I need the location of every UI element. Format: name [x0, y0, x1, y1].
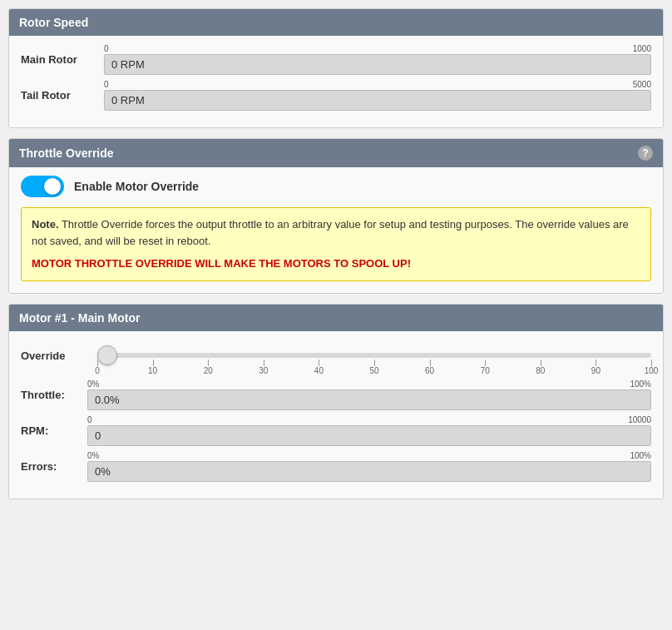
tail-rotor-min: 0 — [104, 80, 109, 89]
errors-min: 0% — [87, 451, 99, 460]
toggle-thumb — [44, 178, 61, 195]
motor1-panel: Motor #1 - Main Motor Override 010203040… — [8, 304, 664, 499]
main-rotor-row: Main Rotor 0 1000 0 RPM — [21, 44, 651, 75]
note-warning: MOTOR THROTTLE OVERRIDE WILL MAKE THE MO… — [32, 255, 640, 272]
tick-label: 30 — [259, 366, 268, 375]
toggle-label: Enable Motor Override — [74, 180, 199, 193]
tick-label: 70 — [481, 366, 490, 375]
tick-mark — [208, 360, 209, 366]
tail-rotor-label: Tail Rotor — [21, 89, 104, 102]
tail-rotor-max: 5000 — [633, 80, 651, 89]
motor1-header: Motor #1 - Main Motor — [9, 305, 663, 331]
rotor-speed-body: Main Rotor 0 1000 0 RPM Tail Rotor 0 500… — [9, 36, 663, 127]
tick-label: 20 — [204, 366, 213, 375]
motor-override-toggle[interactable] — [21, 176, 64, 197]
rotor-speed-header: Rotor Speed — [9, 9, 663, 36]
override-label: Override — [21, 350, 87, 362]
tick-mark — [651, 360, 652, 366]
tail-rotor-value: 0 RPM — [104, 90, 651, 111]
main-rotor-max: 1000 — [633, 44, 651, 53]
throttle-bar-wrap: 0% 100% 0.0% — [87, 379, 651, 410]
tick-mark — [595, 360, 596, 366]
rpm-bar-wrap: 0 10000 0 — [87, 415, 651, 446]
tick-label: 90 — [591, 366, 600, 375]
note-text: Note. Throttle Override forces the outpu… — [32, 216, 640, 249]
rpm-label: RPM: — [21, 424, 87, 437]
override-row: Override 0102030405060708090100 — [21, 338, 651, 375]
tick-label: 60 — [425, 366, 434, 375]
main-rotor-min: 0 — [104, 44, 109, 53]
override-slider-track[interactable] — [97, 353, 651, 358]
throttle-max: 100% — [630, 379, 651, 389]
throttle-override-panel: Throttle Override ? Enable Motor Overrid… — [8, 138, 664, 294]
motor1-title: Motor #1 - Main Motor — [19, 311, 140, 325]
rotor-speed-title: Rotor Speed — [19, 16, 88, 29]
main-rotor-label: Main Rotor — [21, 53, 104, 66]
main-rotor-scale: 0 1000 — [104, 44, 651, 53]
errors-value: 0% — [87, 461, 651, 482]
tick-mark — [264, 360, 264, 366]
tick-mark — [541, 360, 541, 366]
throttle-override-title: Throttle Override — [19, 146, 114, 160]
note-bold: Note. — [32, 218, 59, 231]
note-box: Note. Throttle Override forces the outpu… — [21, 207, 651, 281]
rpm-max: 10000 — [628, 415, 651, 424]
tick-label: 40 — [314, 366, 324, 375]
errors-label: Errors: — [21, 460, 87, 473]
throttle-min: 0% — [87, 379, 99, 389]
slider-tick-container: 0102030405060708090100 — [97, 360, 651, 373]
main-rotor-value: 0 RPM — [104, 54, 651, 75]
override-slider-wrap: 0102030405060708090100 — [87, 338, 651, 375]
toggle-row: Enable Motor Override — [21, 176, 651, 197]
tick-mark — [485, 360, 486, 366]
throttle-override-header: Throttle Override ? — [9, 139, 663, 167]
errors-max: 100% — [630, 451, 651, 460]
tick-mark — [374, 360, 375, 366]
errors-scale: 0% 100% — [87, 451, 651, 460]
throttle-row: Throttle: 0% 100% 0.0% — [21, 379, 651, 410]
tick-mark — [430, 360, 431, 366]
motor1-body: Override 0102030405060708090100 Throttle… — [9, 331, 663, 499]
rpm-row: RPM: 0 10000 0 — [21, 415, 651, 446]
tick-label: 0 — [95, 366, 100, 375]
tail-rotor-scale: 0 5000 — [104, 80, 651, 89]
throttle-label: Throttle: — [21, 389, 87, 401]
tick-label: 100 — [645, 366, 659, 375]
errors-row: Errors: 0% 100% 0% — [21, 451, 651, 482]
rpm-min: 0 — [87, 415, 92, 424]
throttle-override-body: Enable Motor Override Note. Throttle Ove… — [9, 167, 663, 293]
toggle-track — [21, 176, 64, 197]
tick-mark — [153, 360, 154, 366]
tick-label: 10 — [148, 366, 157, 375]
note-body: Throttle Override forces the output thro… — [32, 218, 629, 247]
throttle-scale: 0% 100% — [87, 379, 651, 389]
tail-rotor-bar-wrap: 0 5000 0 RPM — [104, 80, 651, 111]
rotor-speed-panel: Rotor Speed Main Rotor 0 1000 0 RPM Tail… — [8, 8, 664, 128]
rpm-value: 0 — [87, 425, 651, 446]
tick-label: 80 — [536, 366, 545, 375]
errors-bar-wrap: 0% 100% 0% — [87, 451, 651, 482]
throttle-value: 0.0% — [87, 389, 651, 410]
tick-label: 50 — [369, 366, 378, 375]
tick-mark — [319, 360, 319, 366]
throttle-help-icon[interactable]: ? — [638, 146, 653, 161]
tail-rotor-row: Tail Rotor 0 5000 0 RPM — [21, 80, 651, 111]
rpm-scale: 0 10000 — [87, 415, 651, 424]
tick-mark — [97, 360, 98, 366]
main-rotor-bar-wrap: 0 1000 0 RPM — [104, 44, 651, 75]
